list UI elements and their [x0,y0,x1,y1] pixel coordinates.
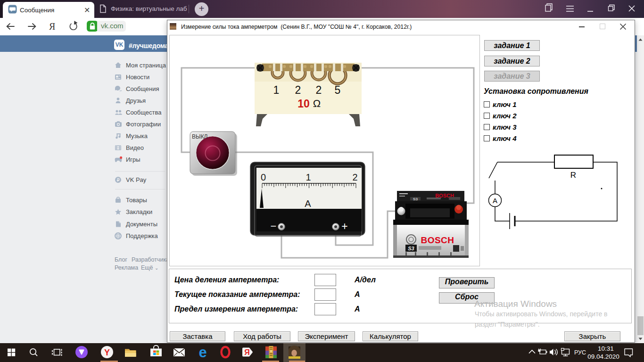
svg-text:10:31: 10:31 [598,345,614,352]
svg-text:A: A [493,197,497,205]
svg-text:R: R [570,171,576,180]
svg-text:2: 2 [352,172,357,182]
svg-text:09.04.2020: 09.04.2020 [587,353,619,360]
svg-text:РУС: РУС [574,349,586,356]
svg-text:2: 2 [295,84,301,96]
svg-text:BOSCH: BOSCH [421,235,454,245]
svg-text:Ω: Ω [313,98,321,109]
svg-text:1: 1 [305,172,311,182]
svg-text:10: 10 [297,98,310,110]
svg-text:A: A [305,198,311,209]
svg-text:Y: Y [104,348,110,357]
svg-text:Я: Я [49,21,55,32]
svg-text:1: 1 [273,84,280,96]
svg-text:2: 2 [316,84,322,96]
svg-text:S3: S3 [413,197,418,201]
svg-text:Я: Я [244,348,250,356]
svg-text:0: 0 [261,172,266,182]
svg-text:+: + [341,220,347,232]
svg-text:5: 5 [335,84,341,96]
svg-text:₽: ₽ [117,178,120,182]
svg-text:S3: S3 [408,246,414,251]
svg-text:ВЫКЛ: ВЫКЛ [192,133,208,140]
svg-text:−: − [271,220,277,232]
svg-text:e: e [198,344,206,361]
